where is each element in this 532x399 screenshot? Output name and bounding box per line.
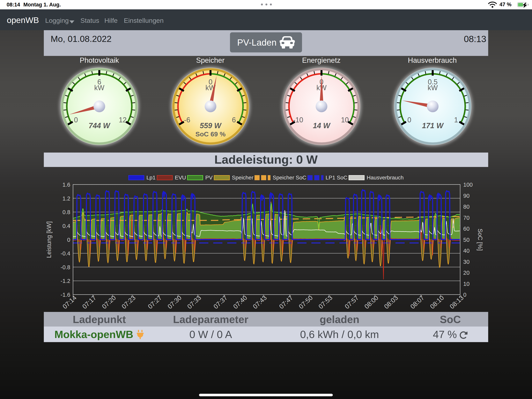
svg-text:08:03: 08:03 (383, 294, 399, 310)
svg-text:171 W: 171 W (422, 122, 444, 130)
svg-text:90: 90 (463, 193, 469, 199)
svg-text:744 W: 744 W (89, 122, 111, 130)
svg-text:0: 0 (407, 116, 411, 124)
svg-text:559 W: 559 W (200, 122, 222, 130)
svg-text:40: 40 (463, 248, 469, 254)
svg-text:10: 10 (463, 281, 469, 287)
svg-text:1: 1 (454, 116, 458, 124)
svg-text:07:40: 07:40 (232, 294, 248, 310)
svg-text:SoC 69 %: SoC 69 % (196, 130, 226, 138)
svg-text:07:47: 07:47 (278, 294, 294, 310)
svg-text:0.8: 0.8 (63, 209, 70, 215)
svg-text:kW: kW (428, 84, 438, 92)
svg-text:07:37: 07:37 (212, 294, 229, 310)
svg-text:-1.6: -1.6 (61, 292, 70, 298)
svg-text:30: 30 (463, 259, 469, 265)
svg-text:07:17: 07:17 (81, 294, 98, 310)
svg-text:07:20: 07:20 (101, 294, 117, 310)
svg-text:07:53: 07:53 (317, 294, 334, 310)
svg-text:08:07: 08:07 (409, 294, 426, 310)
svg-text:80: 80 (463, 204, 469, 210)
svg-text:0: 0 (67, 237, 70, 243)
svg-text:60: 60 (463, 225, 469, 232)
svg-text:08:13: 08:13 (448, 294, 465, 310)
svg-text:07:30: 07:30 (166, 294, 183, 310)
svg-text:-6: -6 (184, 116, 190, 124)
svg-text:07:50: 07:50 (297, 294, 314, 310)
svg-text:20: 20 (463, 270, 469, 276)
svg-text:70: 70 (463, 215, 469, 221)
svg-text:08:00: 08:00 (363, 294, 380, 310)
svg-text:08:10: 08:10 (429, 294, 445, 310)
svg-text:0: 0 (74, 116, 78, 124)
svg-text:6: 6 (232, 116, 236, 124)
svg-text:07:43: 07:43 (251, 294, 268, 310)
svg-text:0: 0 (463, 292, 466, 298)
svg-text:Leistung [kW]: Leistung [kW] (45, 221, 52, 258)
svg-text:1.6: 1.6 (63, 182, 70, 188)
svg-text:100: 100 (463, 182, 473, 188)
svg-text:1.2: 1.2 (63, 195, 70, 202)
svg-text:14 W: 14 W (313, 122, 331, 130)
svg-text:07:27: 07:27 (146, 294, 163, 310)
svg-text:10: 10 (341, 116, 349, 124)
svg-text:-10: -10 (293, 116, 303, 124)
svg-text:-1.2: -1.2 (61, 278, 70, 284)
svg-text:kW: kW (94, 84, 104, 92)
svg-text:07:57: 07:57 (343, 294, 360, 310)
svg-text:SoC [%]: SoC [%] (477, 229, 483, 251)
svg-text:12: 12 (119, 116, 127, 124)
svg-text:07:23: 07:23 (120, 294, 137, 310)
svg-text:-0.4: -0.4 (61, 250, 70, 257)
svg-text:07:33: 07:33 (186, 294, 203, 310)
svg-text:0.4: 0.4 (63, 223, 70, 229)
svg-text:-0.8: -0.8 (61, 264, 70, 270)
svg-text:50: 50 (463, 237, 469, 243)
